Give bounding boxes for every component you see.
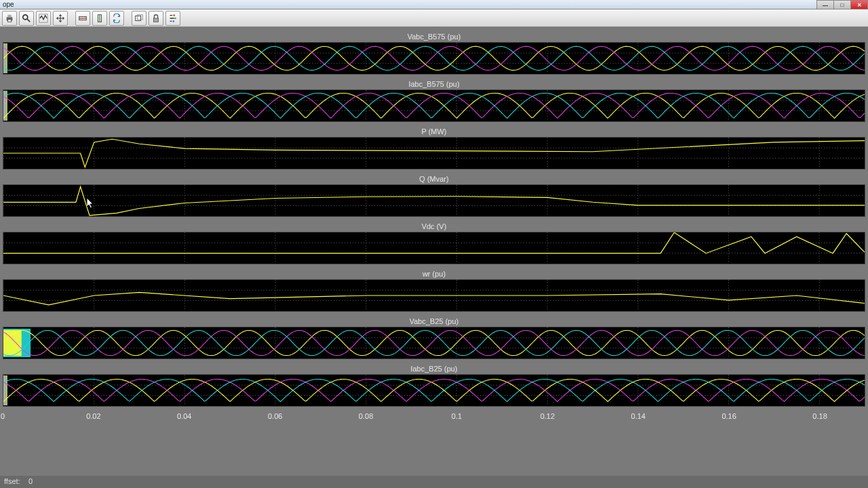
plot-axes-pmw[interactable]: [3, 137, 865, 169]
svg-point-13: [173, 14, 175, 16]
plot-title-vabc25: Vabc_B25 (pu): [0, 316, 868, 327]
sync-icon[interactable]: [109, 11, 124, 26]
svg-rect-1: [7, 14, 11, 17]
plot-axes-qmvar[interactable]: [3, 184, 865, 217]
x-tick-label: 0.08: [359, 412, 373, 420]
parameters-icon[interactable]: [165, 11, 180, 26]
x-tick-label: 0.12: [540, 412, 555, 420]
maximize-button[interactable]: □: [833, 0, 851, 9]
plot-title-iabc575: Iabc_B575 (pu): [0, 79, 868, 89]
plot-axes-wr[interactable]: [3, 279, 865, 312]
window-title: ope: [3, 1, 14, 8]
x-tick-label: 0.16: [722, 412, 736, 420]
scope-area: Vabc_B575 (pu)Iabc_B575 (pu)P (MW)Q (Mva…: [0, 27, 868, 488]
svg-point-15: [173, 20, 175, 22]
plot-axes-iabc575[interactable]: [3, 89, 865, 122]
window-controls: — □ ✕: [817, 0, 868, 9]
toolbar: [0, 9, 868, 27]
close-button[interactable]: ✕: [850, 0, 868, 9]
plot-title-qmvar: Q (Mvar): [0, 174, 868, 184]
lock-icon[interactable]: [149, 11, 163, 26]
svg-point-14: [174, 17, 176, 19]
svg-rect-12: [154, 18, 159, 22]
x-axis-ticks: 00.020.040.060.080.10.120.140.160.18: [3, 411, 865, 423]
plot-axes-iabc25[interactable]: [3, 374, 865, 407]
autoscale-icon[interactable]: [36, 11, 51, 26]
zoom-x-icon[interactable]: [75, 11, 90, 26]
print-icon[interactable]: [2, 11, 17, 26]
x-tick-label: 0.04: [177, 412, 191, 420]
titlebar: ope — □ ✕: [0, 0, 868, 9]
status-bar: ffset: 0: [0, 476, 868, 488]
plot-title-vabc575: Vabc_B575 (pu): [0, 31, 868, 42]
svg-rect-10: [136, 16, 141, 20]
zoom-icon[interactable]: [19, 11, 34, 26]
svg-rect-5: [39, 14, 47, 22]
plot-axes-vabc25[interactable]: [3, 327, 865, 359]
svg-line-4: [27, 18, 30, 21]
x-tick-label: 0: [1, 412, 5, 420]
offset-label: ffset:: [4, 477, 20, 485]
x-tick-label: 0.18: [812, 412, 827, 420]
x-tick-label: 0.14: [631, 412, 646, 420]
minimize-button[interactable]: —: [816, 0, 834, 9]
plot-axes-vabc575[interactable]: [3, 42, 865, 75]
x-tick-label: 0.06: [268, 412, 282, 420]
svg-rect-2: [7, 19, 11, 22]
plot-title-pmw: P (MW): [0, 126, 868, 137]
pan-icon[interactable]: [53, 11, 68, 26]
x-tick-label: 0.1: [452, 412, 462, 420]
offset-value: 0: [28, 477, 33, 485]
x-tick-label: 0.02: [86, 412, 100, 420]
plot-title-vdc: Vdc (V): [0, 221, 868, 232]
svg-point-3: [23, 14, 28, 19]
plot-title-iabc25: Iabc_B25 (pu): [0, 363, 868, 374]
zoom-y-icon[interactable]: [92, 11, 107, 26]
plot-axes-vdc[interactable]: [3, 232, 865, 264]
float-icon[interactable]: [132, 11, 146, 26]
plot-title-wr: wr (pu): [0, 268, 868, 279]
